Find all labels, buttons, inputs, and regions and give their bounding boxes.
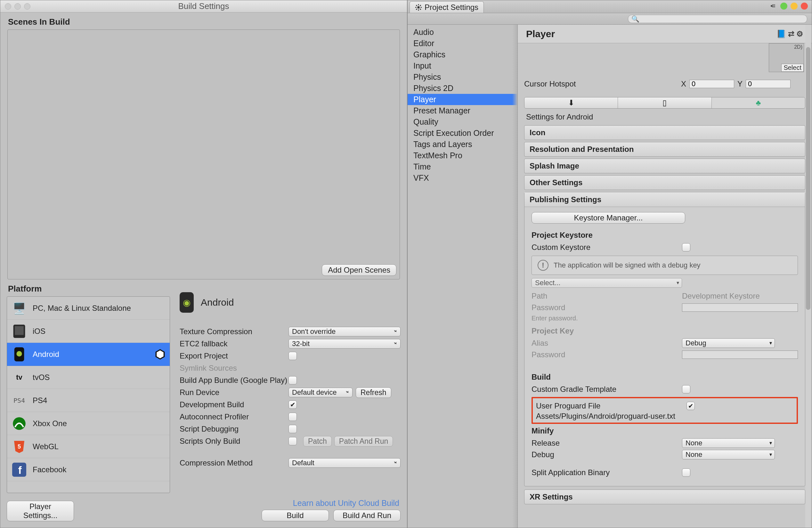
cursor-y-input[interactable]	[746, 80, 791, 88]
minimize-dot-icon[interactable]	[791, 3, 798, 10]
patch-button[interactable]: Patch	[303, 436, 332, 447]
cursor-select-button[interactable]: Select	[781, 64, 804, 72]
cursor-thumb-label: 2D)	[794, 44, 802, 50]
ios-icon	[11, 323, 28, 340]
patch-and-run-button[interactable]: Patch And Run	[334, 436, 393, 447]
search-icon: 🔍	[632, 15, 639, 23]
platform-android[interactable]: Android	[7, 343, 170, 366]
category-tags-layers[interactable]: Tags and Layers	[408, 139, 518, 150]
texture-compression-select[interactable]: Don't override	[289, 327, 401, 337]
platform-pc[interactable]: 🖥️ PC, Mac & Linux Standalone	[7, 297, 170, 320]
category-preset-manager[interactable]: Preset Manager	[408, 105, 518, 116]
fold-xr[interactable]: XR Settings	[524, 489, 805, 504]
category-input[interactable]: Input	[408, 60, 518, 71]
platform-ios[interactable]: iOS	[7, 320, 170, 343]
platform-tvos[interactable]: tv tvOS	[7, 366, 170, 389]
cursor-x-input[interactable]	[690, 80, 734, 88]
fold-icon[interactable]: Icon	[524, 125, 805, 140]
platform-ps4[interactable]: PS4 PS4	[7, 389, 170, 412]
keystore-password-input[interactable]	[682, 303, 798, 312]
fold-splash[interactable]: Splash Image	[524, 159, 805, 173]
category-time[interactable]: Time	[408, 161, 518, 172]
cloud-build-link[interactable]: Learn about Unity Cloud Build	[179, 499, 399, 508]
keystore-select[interactable]: Select...	[532, 278, 682, 288]
category-audio[interactable]: Audio	[408, 27, 518, 38]
download-icon: ⬇	[568, 98, 575, 107]
key-password-label: Password	[532, 350, 682, 359]
split-binary-checkbox[interactable]	[682, 468, 690, 477]
add-open-scenes-button[interactable]: Add Open Scenes	[322, 264, 396, 276]
export-project-checkbox[interactable]	[289, 352, 297, 360]
project-settings-tab[interactable]: Project Settings	[409, 1, 484, 13]
custom-keystore-checkbox[interactable]	[682, 243, 690, 252]
script-debugging-checkbox[interactable]	[289, 425, 297, 433]
tab-standalone[interactable]: ⬇	[524, 97, 618, 108]
window-menu-icon[interactable]: ▪≡	[770, 2, 774, 10]
minify-release-select[interactable]: None	[682, 438, 775, 448]
category-script-execution[interactable]: Script Execution Order	[408, 128, 518, 139]
etc2-select[interactable]: 32-bit	[289, 339, 401, 348]
refresh-button[interactable]: Refresh	[356, 387, 391, 398]
category-vfx[interactable]: VFX	[408, 172, 518, 184]
run-device-select[interactable]: Default device	[289, 388, 352, 397]
dev-build-checkbox[interactable]	[289, 400, 297, 409]
unity-icon	[154, 348, 166, 360]
search-input[interactable]: 🔍	[628, 15, 807, 23]
close-dot-icon[interactable]	[801, 3, 808, 10]
custom-gradle-checkbox[interactable]	[682, 385, 690, 394]
tab-ios[interactable]: ▯	[618, 97, 711, 108]
platform-label-text: Android	[33, 350, 59, 359]
build-button[interactable]: Build	[262, 510, 329, 521]
preset-icon[interactable]: ⇄	[788, 29, 794, 39]
category-physics2d[interactable]: Physics 2D	[408, 83, 518, 94]
settings-for-android-label: Settings for Android	[524, 109, 805, 123]
build-and-run-button[interactable]: Build And Run	[333, 510, 401, 521]
svg-line-15	[416, 5, 417, 6]
scripts-only-checkbox[interactable]	[289, 437, 297, 445]
alias-label: Alias	[532, 339, 682, 348]
dev-build-label: Development Build	[179, 400, 289, 409]
category-quality[interactable]: Quality	[408, 116, 518, 128]
webgl-icon: 5	[11, 438, 28, 455]
user-proguard-checkbox[interactable]	[686, 402, 695, 410]
cursor-hotspot-label: Cursor Hotspot	[524, 80, 678, 88]
compression-method-select[interactable]: Default	[289, 458, 401, 468]
category-graphics[interactable]: Graphics	[408, 49, 518, 60]
fold-other[interactable]: Other Settings	[524, 175, 805, 190]
fold-publishing[interactable]: Publishing Settings	[524, 192, 805, 207]
build-settings-window: Build Settings Scenes In Build Add Open …	[0, 0, 407, 528]
platform-xboxone[interactable]: Xbox One	[7, 412, 170, 435]
project-settings-tab-label: Project Settings	[424, 3, 478, 12]
category-textmeshpro[interactable]: TextMesh Pro	[408, 150, 518, 161]
info-icon: !	[538, 260, 549, 271]
category-physics[interactable]: Physics	[408, 71, 518, 83]
keystore-path-label: Path	[532, 291, 682, 301]
player-settings-button[interactable]: Player Settings...	[7, 501, 74, 521]
zoom-dot-icon[interactable]	[780, 3, 787, 10]
user-proguard-label: User Proguard File	[536, 401, 686, 410]
keystore-manager-button[interactable]: Keystore Manager...	[532, 212, 685, 224]
scenes-list[interactable]: Add Open Scenes	[8, 29, 400, 280]
category-editor[interactable]: Editor	[408, 38, 518, 49]
svg-line-16	[420, 9, 421, 10]
category-player[interactable]: Player	[408, 94, 518, 105]
aab-checkbox[interactable]	[289, 376, 297, 384]
autoconnect-checkbox[interactable]	[289, 413, 297, 421]
pc-icon: 🖥️	[11, 300, 28, 316]
platform-webgl[interactable]: 5 WebGL	[7, 435, 170, 458]
gear-icon[interactable]: ⚙	[796, 29, 803, 39]
platform-label-text: tvOS	[33, 373, 49, 382]
platform-facebook[interactable]: f Facebook	[7, 458, 170, 481]
alias-select[interactable]: Debug	[682, 338, 775, 348]
svg-point-3	[17, 351, 22, 356]
key-password-input[interactable]	[682, 351, 798, 359]
fold-resolution[interactable]: Resolution and Presentation	[524, 142, 805, 157]
cursor-texture-slot[interactable]: 2D) Select	[769, 43, 804, 72]
xbox-icon	[11, 415, 28, 432]
minify-debug-select[interactable]: None	[682, 450, 775, 459]
minify-header: Minify	[532, 426, 798, 436]
help-icon[interactable]: 📘	[777, 29, 786, 39]
split-binary-label: Split Application Binary	[532, 468, 682, 477]
inspector-scrollbar[interactable]	[805, 25, 811, 528]
tab-android[interactable]: ♣	[712, 97, 805, 108]
